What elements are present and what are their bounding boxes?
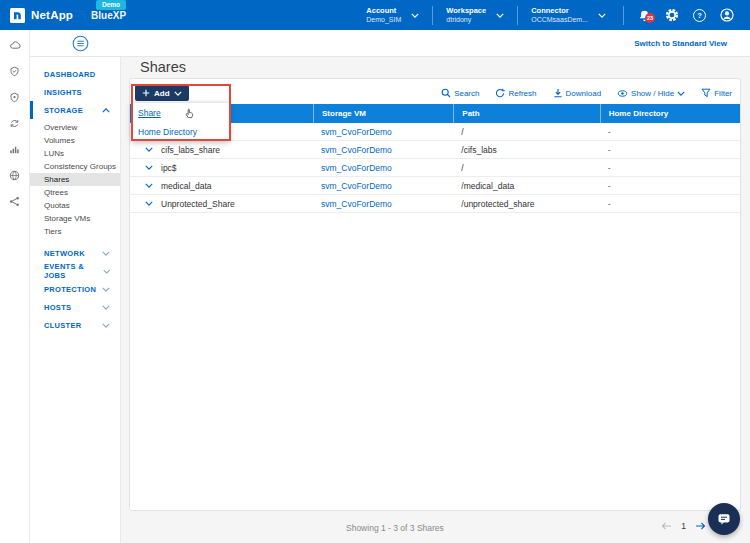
storage-vm-link[interactable]: svm_CvoForDemo <box>321 199 392 209</box>
share-name: Unprotected_Share <box>161 199 235 209</box>
security-shield-icon[interactable] <box>9 92 20 103</box>
sidebar-item-luns[interactable]: LUNs <box>30 147 120 160</box>
table-row[interactable]: Unprotected_Share svm_CvoForDemo /unprot… <box>130 195 740 213</box>
brand-name: NetApp <box>31 9 73 21</box>
sidebar-item-network[interactable]: NETWORK <box>30 244 120 262</box>
menu-item-label: Share <box>138 108 161 118</box>
classification-globe-icon[interactable] <box>9 170 20 181</box>
filter-button[interactable]: Filter <box>701 88 732 98</box>
table-row[interactable]: medical_data svm_CvoForDemo /medical_dat… <box>130 177 740 195</box>
sidebar-item-hosts[interactable]: HOSTS <box>30 298 120 316</box>
sidebar-item-quotas[interactable]: Quotas <box>30 199 120 212</box>
column-header-home-directory[interactable]: Home Directory <box>600 104 740 123</box>
canvas-view-button[interactable] <box>72 35 89 52</box>
sidebar-subitem-label: Consistency Groups <box>44 162 116 171</box>
sidebar-item-label: EVENTS & JOBS <box>44 262 103 280</box>
refresh-button[interactable]: Refresh <box>495 88 536 98</box>
view-strip: Switch to Standard View <box>30 30 750 57</box>
table-row[interactable]: ipc$ svm_CvoForDemo / - <box>130 159 740 177</box>
storage-vm-link[interactable]: svm_CvoForDemo <box>321 145 392 155</box>
chevron-down-icon <box>102 287 110 292</box>
bluexp-app: NetApp BlueXP Demo Account Demo_SIM Work… <box>0 0 750 543</box>
switch-to-standard-view-link[interactable]: Switch to Standard View <box>634 39 727 48</box>
pagination-summary: Showing 1 - 3 of 3 Shares <box>346 523 444 533</box>
storage-vm-link[interactable]: svm_CvoForDemo <box>321 163 392 173</box>
chevron-down-icon <box>174 91 182 96</box>
column-header-path[interactable]: Path <box>453 104 599 123</box>
show-hide-button[interactable]: Show / Hide <box>617 89 685 98</box>
show-hide-label: Show / Hide <box>631 89 674 98</box>
sidebar-item-events-and-jobs[interactable]: EVENTS & JOBS <box>30 262 120 280</box>
column-header-storage-vm[interactable]: Storage VM <box>313 104 453 123</box>
refresh-icon <box>495 88 505 98</box>
sidebar-item-qtrees[interactable]: Qtrees <box>30 186 120 199</box>
sidebar-item-consistency-groups[interactable]: Consistency Groups <box>30 160 120 173</box>
mobility-sync-icon[interactable] <box>9 118 20 129</box>
account-menu[interactable]: Account Demo_SIM <box>353 6 432 25</box>
sidebar-item-dashboard[interactable]: DASHBOARD <box>30 65 120 83</box>
path-cell: / <box>453 127 599 137</box>
service-rail <box>0 30 30 543</box>
netapp-logo-icon <box>10 8 25 23</box>
workspace-value: dtridony <box>446 15 486 24</box>
sidebar-item-label: NETWORK <box>44 249 85 258</box>
sidebar-item-shares[interactable]: Shares <box>30 173 120 186</box>
sidebar-item-label: HOSTS <box>44 303 71 312</box>
observability-chart-icon[interactable] <box>9 144 20 155</box>
sidebar-subitem-label: Storage VMs <box>44 214 90 223</box>
user-menu-button[interactable] <box>720 8 734 22</box>
chat-launcher-button[interactable] <box>708 503 740 535</box>
row-expand-chevron-icon[interactable] <box>145 183 153 188</box>
sidebar-subitem-label: Volumes <box>44 136 75 145</box>
table-row[interactable]: cifs_labs_share svm_CvoForDemo /cifs_lab… <box>130 141 740 159</box>
sidebar-subitem-label: Overview <box>44 123 77 132</box>
sidebar-item-label: DASHBOARD <box>44 70 95 79</box>
protection-shield-icon[interactable] <box>9 66 20 77</box>
sidebar-item-storage[interactable]: STORAGE <box>30 101 120 119</box>
chevron-down-icon <box>598 13 606 18</box>
storage-vm-link[interactable]: svm_CvoForDemo <box>321 181 392 191</box>
row-expand-chevron-icon[interactable] <box>145 147 153 152</box>
search-button[interactable]: Search <box>441 88 479 98</box>
plus-icon <box>142 89 150 97</box>
sidebar-item-protection[interactable]: PROTECTION <box>30 280 120 298</box>
notifications-button[interactable]: 23 <box>638 9 651 22</box>
canvas-icon <box>72 35 89 52</box>
user-icon <box>720 8 734 22</box>
help-button[interactable]: ? <box>693 9 706 22</box>
chevron-up-icon <box>102 108 110 113</box>
sidebar-item-volumes[interactable]: Volumes <box>30 134 120 147</box>
arrow-left-icon <box>661 522 672 530</box>
sidebar-nav: DASHBOARD INSIGHTS STORAGE Overview Volu… <box>30 57 121 543</box>
share-name: medical_data <box>161 181 212 191</box>
refresh-label: Refresh <box>508 89 536 98</box>
storage-vm-link[interactable]: svm_CvoForDemo <box>321 127 392 137</box>
download-button[interactable]: Download <box>553 88 602 98</box>
federation-nodes-icon[interactable] <box>9 196 20 207</box>
workspace-menu[interactable]: Workspace dtridony <box>432 6 517 25</box>
row-expand-chevron-icon[interactable] <box>145 165 153 170</box>
demo-badge: Demo <box>96 0 126 10</box>
add-button[interactable]: Add <box>135 85 189 101</box>
connector-menu[interactable]: Connector OCCMsaasDem... <box>517 6 619 25</box>
filter-label: Filter <box>714 89 732 98</box>
sidebar-item-label: INSIGHTS <box>44 88 82 97</box>
settings-button[interactable] <box>665 8 679 22</box>
menu-item-share[interactable]: Share <box>132 103 229 122</box>
eye-icon <box>617 89 628 98</box>
prev-page-button[interactable] <box>661 522 672 530</box>
sidebar-subitem-label: Qtrees <box>44 188 68 197</box>
sidebar-item-tiers[interactable]: Tiers <box>30 225 120 238</box>
storage-icon[interactable] <box>9 40 21 51</box>
share-name: cifs_labs_share <box>161 145 220 155</box>
chevron-down-icon <box>496 13 504 18</box>
chevron-down-icon <box>103 269 110 274</box>
sidebar-item-overview[interactable]: Overview <box>30 121 120 134</box>
sidebar-item-insights[interactable]: INSIGHTS <box>30 83 120 101</box>
menu-item-home-directory[interactable]: Home Directory <box>132 122 229 141</box>
next-page-button[interactable] <box>695 522 706 530</box>
sidebar-item-storage-vms[interactable]: Storage VMs <box>30 212 120 225</box>
row-expand-chevron-icon[interactable] <box>145 201 153 206</box>
page-number[interactable]: 1 <box>681 521 686 531</box>
sidebar-item-cluster[interactable]: CLUSTER <box>30 316 120 334</box>
